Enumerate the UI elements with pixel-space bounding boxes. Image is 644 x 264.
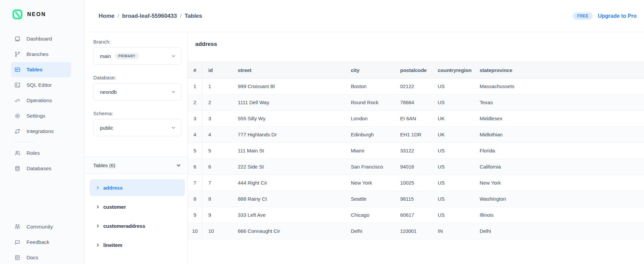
- community-icon: [14, 224, 20, 230]
- branch-value: main: [100, 53, 111, 59]
- sidebar-item[interactable]: Tables: [11, 62, 71, 77]
- table-list-item-label: customer: [103, 204, 126, 210]
- chevron-down-icon: [171, 89, 176, 94]
- chevron-down-icon: [171, 125, 176, 130]
- countryregion-cell: US: [432, 175, 474, 191]
- sidebar-divider: [14, 142, 35, 142]
- id-cell: 7: [202, 175, 232, 191]
- countryregion-cell: US: [432, 94, 474, 110]
- plan-area: FREE Upgrade to Pro: [573, 12, 637, 20]
- row-number-cell: 4: [188, 127, 202, 142]
- table-list-item[interactable]: customeraddress: [90, 217, 185, 234]
- column-header: postalcode: [394, 62, 432, 78]
- neon-logo-icon: [12, 9, 22, 19]
- column-header: id: [202, 62, 232, 78]
- postalcode-cell: EI 6AN: [394, 111, 432, 126]
- upgrade-to-pro-link[interactable]: Upgrade to Pro: [598, 13, 637, 19]
- data-grid-header-row: # id street city postalcode countryregio…: [188, 62, 644, 78]
- brand-logo[interactable]: NEON: [0, 0, 84, 19]
- sidebar-nav-secondary: Roles Databases: [0, 145, 84, 176]
- tables-collapse-header[interactable]: Tables (6): [85, 157, 187, 174]
- data-grid-body: 1 1 999 Croissant Bl Boston 02122 US Mas…: [188, 78, 644, 239]
- stateprovince-cell: Florida: [474, 143, 644, 158]
- column-header: #: [188, 62, 202, 78]
- sidebar-item-label: Databases: [26, 166, 51, 172]
- postalcode-cell: EH1 1DR: [394, 127, 432, 142]
- sidebar-item-label: Branches: [26, 51, 48, 57]
- chevron-right-icon: [96, 205, 100, 209]
- id-cell: 3: [202, 111, 232, 126]
- street-cell: 555 Silly Wy: [232, 111, 345, 126]
- countryregion-cell: US: [432, 78, 474, 94]
- stateprovince-cell: New York: [474, 175, 644, 191]
- sidebar-item[interactable]: Feedback: [11, 235, 71, 250]
- table-list-item[interactable]: lineitem: [90, 237, 185, 253]
- street-cell: 333 Left Ave: [232, 207, 345, 223]
- postalcode-cell: 110001: [394, 223, 432, 239]
- row-number-cell: 3: [188, 111, 202, 126]
- stateprovince-cell: Massachussets: [474, 78, 644, 94]
- table-row: 1 1 999 Croissant Bl Boston 02122 US Mas…: [188, 78, 644, 94]
- branch-select[interactable]: main PRIMARY: [93, 47, 181, 65]
- table-row: 3 3 555 Silly Wy London EI 6AN UK Middle…: [188, 111, 644, 127]
- sidebar-nav-footer: Community Feedback Docs: [0, 219, 84, 264]
- table-list-item-label: lineitem: [103, 242, 122, 248]
- sidebar-item[interactable]: SQL Editor: [11, 77, 71, 93]
- breadcrumb: Home / broad-leaf-55960433 / Tables: [99, 13, 202, 19]
- id-cell: 4: [202, 127, 232, 142]
- sidebar-item-label: Feedback: [26, 239, 49, 245]
- chevron-down-icon: [171, 53, 176, 59]
- postalcode-cell: 60617: [394, 207, 432, 223]
- sidebar-item[interactable]: Branches: [11, 47, 71, 62]
- databases-icon: [14, 166, 20, 172]
- sidebar-item[interactable]: Databases: [11, 161, 71, 176]
- sidebar-item[interactable]: Roles: [11, 145, 71, 161]
- id-cell: 8: [202, 191, 232, 207]
- schema-select[interactable]: public: [93, 119, 181, 136]
- table-list-item[interactable]: customer: [90, 198, 185, 215]
- sidebar-item-label: Settings: [26, 113, 45, 119]
- breadcrumb-project-link[interactable]: broad-leaf-55960433: [122, 13, 177, 19]
- top-header: Home / broad-leaf-55960433 / Tables FREE…: [85, 0, 644, 32]
- dashboard-icon: [14, 36, 20, 42]
- city-cell: Chicago: [345, 207, 394, 223]
- postalcode-cell: 10025: [394, 175, 432, 191]
- database-select[interactable]: neondb: [93, 83, 181, 101]
- countryregion-cell: US: [432, 191, 474, 207]
- stateprovince-cell: Texas: [474, 94, 644, 110]
- sidebar: NEON Dashboard Branches Tables: [0, 0, 85, 264]
- countryregion-cell: UK: [432, 111, 474, 126]
- table-list-item[interactable]: address: [90, 179, 185, 196]
- breadcrumb-home-link[interactable]: Home: [99, 13, 114, 19]
- table-list-item-label: address: [103, 185, 123, 191]
- sidebar-item[interactable]: Operations: [11, 93, 71, 108]
- sidebar-item-label: Roles: [26, 150, 40, 156]
- street-cell: 1111 Dell Way: [232, 94, 345, 110]
- schema-value: public: [100, 125, 113, 131]
- table-list: address customer: [85, 174, 187, 253]
- database-label: Database:: [93, 75, 181, 80]
- sidebar-item[interactable]: Docs: [11, 250, 71, 264]
- countryregion-cell: US: [432, 159, 474, 175]
- docs-icon: [14, 255, 20, 261]
- branch-label: Branch:: [93, 39, 181, 45]
- primary-badge: PRIMARY: [115, 53, 139, 59]
- sidebar-item-label: Docs: [26, 255, 38, 261]
- row-number-cell: 2: [188, 94, 202, 110]
- sidebar-item[interactable]: Community: [11, 219, 71, 235]
- street-cell: 666 Connaught Cir: [232, 223, 345, 239]
- city-cell: Miami: [345, 143, 394, 158]
- countryregion-cell: IN: [432, 223, 474, 239]
- sidebar-item[interactable]: Settings: [11, 108, 71, 124]
- id-cell: 6: [202, 159, 232, 175]
- table-row: 2 2 1111 Dell Way Round Rock 78664 US Te…: [188, 94, 644, 111]
- sidebar-item[interactable]: Dashboard: [11, 31, 71, 47]
- database-panel: Branch: main PRIMARY Database: neondb Sc…: [85, 32, 188, 264]
- street-cell: 222 Side St: [232, 159, 345, 175]
- sidebar-item[interactable]: Integrations: [11, 124, 71, 139]
- stateprovince-cell: Midlothian: [474, 127, 644, 142]
- plan-badge: FREE: [573, 12, 593, 20]
- row-number-cell: 10: [188, 223, 202, 239]
- chevron-right-icon: [96, 224, 100, 228]
- city-cell: Edinburgh: [345, 127, 394, 142]
